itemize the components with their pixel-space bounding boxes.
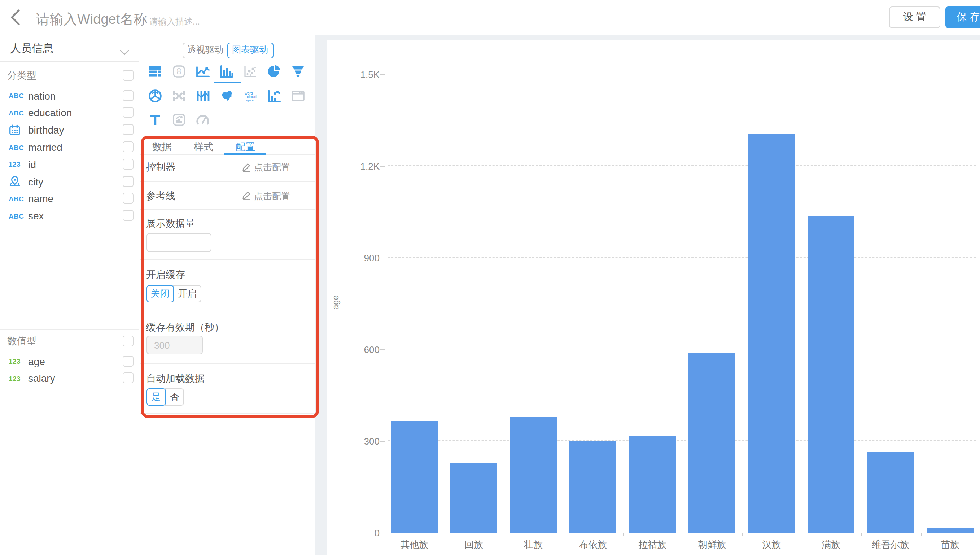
scatter-chart-icon[interactable]	[243, 64, 258, 79]
field-checkbox[interactable]	[123, 125, 133, 135]
funnel-chart-icon[interactable]	[291, 64, 305, 79]
auto-load-toggle: 是 否	[146, 388, 184, 405]
tab-style[interactable]: 样式	[194, 140, 213, 153]
bar-回族[interactable]	[451, 462, 498, 533]
x-axis-tick	[861, 533, 862, 536]
field-row[interactable]: ABC married	[0, 139, 140, 156]
field-checkbox[interactable]	[123, 90, 133, 101]
widget-name-input[interactable]: 请输入Widget名称	[36, 10, 147, 29]
field-row[interactable]: birthday	[0, 122, 140, 139]
field-type-icon: 123	[9, 375, 28, 382]
x-axis-tick	[623, 533, 623, 536]
bar-朝鲜族[interactable]	[689, 353, 736, 533]
group-header: 分类型	[0, 67, 140, 85]
field-type-icon: ABC	[9, 143, 28, 151]
field-checkbox[interactable]	[123, 355, 133, 366]
field-row[interactable]: city	[0, 173, 140, 191]
bar-满族[interactable]	[808, 216, 855, 533]
reference-line-label: 参考线	[146, 189, 175, 202]
gridline	[388, 348, 976, 349]
back-icon[interactable]	[10, 10, 20, 25]
field-type-icon: ABC	[9, 109, 28, 117]
widget-description-input[interactable]: 请输入描述...	[149, 16, 200, 28]
richtext-chart-icon[interactable]	[172, 112, 186, 127]
field-checkbox[interactable]	[123, 107, 133, 118]
field-name: birthday	[28, 125, 64, 136]
field-type-icon: 123	[9, 357, 28, 365]
bar-维吾尔族[interactable]	[868, 452, 914, 533]
field-type-icon: 123	[9, 160, 28, 168]
x-axis-category-label: 布依族	[563, 538, 623, 552]
field-checkbox[interactable]	[123, 159, 133, 170]
x-axis-category-label: 汉族	[742, 538, 801, 552]
field-name: id	[28, 159, 36, 170]
bar-其他族[interactable]	[391, 422, 438, 533]
auto-load-yes-button[interactable]: 是	[146, 388, 166, 405]
field-checkbox[interactable]	[123, 193, 133, 204]
cache-off-button[interactable]: 关闭	[146, 285, 174, 302]
svg-text:8: 8	[177, 67, 181, 76]
bar-布依族[interactable]	[570, 441, 617, 533]
field-checkbox[interactable]	[123, 373, 133, 383]
y-axis-tick-label: 300	[325, 436, 380, 446]
x-axis-line	[384, 533, 976, 533]
field-row[interactable]: ABC nation	[0, 87, 140, 105]
gauge-chart-icon[interactable]	[195, 112, 210, 127]
gridline	[388, 165, 976, 166]
bar-汉族[interactable]	[748, 133, 795, 533]
text-chart-icon[interactable]	[148, 112, 162, 127]
pie-chart-icon[interactable]	[267, 64, 282, 79]
group-header: 数值型	[0, 333, 140, 350]
reference-line-configure-link[interactable]: 点击配置	[242, 190, 290, 202]
field-checkbox[interactable]	[123, 210, 133, 221]
field-checkbox[interactable]	[123, 141, 133, 152]
map-chart-icon[interactable]	[219, 88, 234, 103]
sankey-chart-icon[interactable]	[172, 88, 186, 103]
field-row[interactable]: 123 salary	[0, 370, 140, 387]
field-row[interactable]: ABC sex	[0, 207, 140, 225]
field-row[interactable]: 123 age	[0, 353, 140, 370]
edit-icon	[242, 162, 251, 173]
controller-configure-link[interactable]: 点击配置	[242, 162, 290, 174]
pivot-mode-button[interactable]: 透视驱动	[183, 43, 228, 58]
table-chart-icon[interactable]	[148, 64, 162, 79]
radar-chart-icon[interactable]	[148, 88, 162, 103]
cache-expire-input[interactable]	[146, 335, 202, 354]
bar-chart-icon[interactable]	[219, 64, 234, 79]
field-row[interactable]: ABC education	[0, 104, 140, 122]
field-name: education	[28, 107, 72, 119]
save-button[interactable]: 保 存	[945, 6, 980, 28]
bar-拉祜族[interactable]	[629, 436, 676, 533]
field-name: city	[28, 176, 43, 187]
active-tab-underline	[224, 153, 265, 155]
line-chart-icon[interactable]	[195, 64, 210, 79]
iframe-chart-icon[interactable]	[291, 88, 305, 103]
tab-data[interactable]: 数据	[152, 140, 172, 153]
settings-button[interactable]: 设 置	[889, 6, 940, 28]
gridline	[388, 257, 976, 258]
parallel-chart-icon[interactable]	[195, 88, 210, 103]
field-row[interactable]: 123 id	[0, 156, 140, 173]
field-checkbox[interactable]	[123, 176, 133, 186]
group-checkbox[interactable]	[123, 70, 133, 81]
tab-config[interactable]: 配置	[235, 140, 255, 153]
svg-text:cloud: cloud	[247, 94, 256, 98]
scorecard-chart-icon[interactable]: 8	[172, 64, 186, 79]
wordcloud-chart-icon[interactable]: wordcloudagile BI	[243, 88, 258, 103]
x-axis-category-label: 苗族	[921, 538, 980, 552]
field-row[interactable]: ABC name	[0, 190, 140, 207]
field-name: salary	[28, 373, 55, 384]
cache-toggle: 关闭 开启	[146, 285, 201, 302]
y-axis-tick	[380, 349, 384, 350]
chart-mode-button[interactable]: 图表驱动	[227, 42, 273, 58]
view-selector[interactable]: 人员信息	[0, 35, 139, 62]
auto-load-no-button[interactable]: 否	[165, 388, 184, 405]
bar-苗族[interactable]	[927, 528, 974, 533]
bar-壮族[interactable]	[510, 417, 557, 533]
display-limit-input[interactable]	[146, 233, 211, 252]
group-checkbox[interactable]	[123, 335, 133, 346]
field-name: name	[28, 193, 53, 205]
waterfall-chart-icon[interactable]	[267, 88, 282, 103]
display-limit-label: 展示数据量	[146, 217, 195, 230]
cache-on-button[interactable]: 开启	[173, 285, 201, 302]
